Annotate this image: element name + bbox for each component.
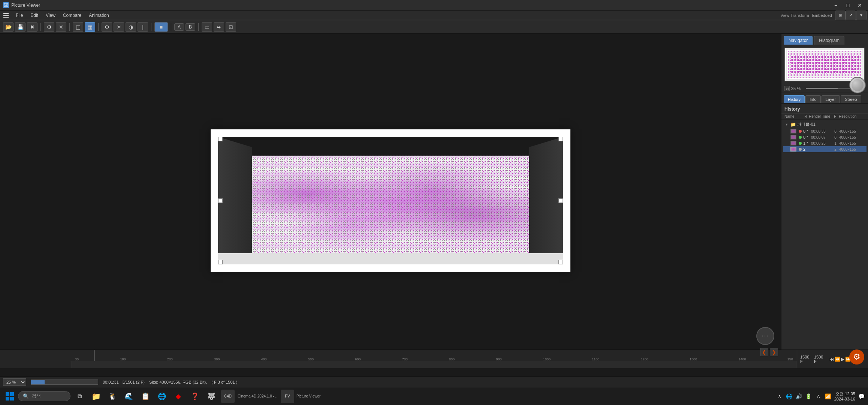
- item-time: 00:00:07: [811, 135, 832, 140]
- settings-cog-btn[interactable]: ⚙: [849, 350, 864, 364]
- light-btn[interactable]: ☀: [114, 22, 124, 32]
- stop-btn[interactable]: ✖: [27, 22, 37, 32]
- panel-tabs: Navigator Histogram: [781, 34, 868, 45]
- taskbar-app-explorer[interactable]: 📁: [89, 390, 103, 403]
- app-icon: 🖼: [3, 2, 9, 8]
- history-item-selected[interactable]: 2 2 4000×155: [783, 146, 867, 152]
- arrow-left-btn[interactable]: ❮: [760, 348, 768, 356]
- taskbar-app-6[interactable]: ❓: [188, 390, 202, 403]
- expand-icon: ▼: [784, 122, 789, 127]
- handle-tr[interactable]: [558, 137, 563, 141]
- toolbar-sep-3: [98, 23, 99, 31]
- taskbar-app-2[interactable]: 🐧: [106, 390, 119, 403]
- crop-btn[interactable]: ⊡: [226, 22, 236, 32]
- save-btn[interactable]: 💾: [15, 22, 25, 32]
- ruler-mark: 1100: [592, 357, 599, 361]
- rect-btn[interactable]: ▭: [202, 22, 212, 32]
- brightness-btn[interactable]: ◑: [126, 22, 136, 32]
- tray-battery[interactable]: 🔋: [805, 393, 813, 400]
- menu-compare[interactable]: Compare: [59, 12, 85, 19]
- edge-icon: 🌐: [158, 392, 166, 400]
- layers-btn[interactable]: ▦: [85, 22, 95, 32]
- zoom-display: 25 %: [791, 86, 804, 91]
- handle-ml[interactable]: [218, 198, 223, 203]
- filter-btn[interactable]: ✳: [56, 22, 66, 32]
- tray-sound[interactable]: 🔊: [795, 393, 803, 400]
- export-btn[interactable]: ↗: [846, 10, 856, 20]
- handle-tl[interactable]: [218, 137, 223, 141]
- open-folder-btn[interactable]: 📂: [3, 22, 13, 32]
- toolbar-sep-1: [40, 23, 41, 31]
- image-canvas[interactable]: [218, 137, 563, 264]
- tray-notification[interactable]: 💬: [858, 393, 865, 400]
- menu-animation[interactable]: Animation: [85, 12, 112, 19]
- taskbar-search[interactable]: 🔍 검색: [18, 391, 70, 401]
- taskbar-app-3[interactable]: 🌊: [122, 390, 136, 403]
- menu-edit[interactable]: Edit: [27, 12, 42, 19]
- subtab-stereo[interactable]: Stereo: [841, 95, 861, 103]
- menubar: File Edit View Compare Animation View Tr…: [0, 10, 868, 20]
- taskbar-app-5[interactable]: ◆: [172, 390, 185, 403]
- start-button[interactable]: [3, 390, 16, 403]
- app5-icon: ◆: [176, 392, 181, 400]
- settings-btn[interactable]: ⚙: [44, 22, 54, 32]
- history-group: ▼ 📁 파티클-01 0 * 00:00:33 0 4000×155: [781, 120, 868, 153]
- timeline-ruler[interactable]: 30 100 200 300 400 500 600 700 800 900 1…: [0, 350, 868, 361]
- tab-navigator[interactable]: Navigator: [784, 36, 813, 45]
- zoom-select[interactable]: 25 % 50 % 100 %: [3, 378, 26, 386]
- taskbar-app-edge[interactable]: 🌐: [155, 390, 169, 403]
- history-columns: Name R Render Time F Resolution: [781, 114, 868, 120]
- app2-icon: 🐧: [108, 392, 117, 400]
- explorer-icon: 📁: [91, 392, 101, 401]
- subtab-info[interactable]: Info: [805, 95, 820, 103]
- maximize-button[interactable]: □: [843, 2, 853, 9]
- color-btn[interactable]: ⚙: [102, 22, 112, 32]
- tray-wifi[interactable]: 📶: [825, 393, 832, 400]
- taskbar-app-picviewer[interactable]: PV: [281, 390, 294, 403]
- timeline-playhead[interactable]: [94, 350, 94, 361]
- btn-b[interactable]: B: [186, 23, 195, 31]
- channel-btn[interactable]: ■: [154, 22, 168, 32]
- tray-network[interactable]: 🌐: [786, 393, 793, 400]
- handle-bl[interactable]: [218, 260, 223, 264]
- taskbar-app-cinema4d[interactable]: C4D: [221, 390, 235, 403]
- minimize-button[interactable]: −: [831, 2, 841, 9]
- menu-file[interactable]: File: [12, 12, 27, 19]
- panel-toggle-btn[interactable]: ⊞: [835, 10, 846, 20]
- taskbar-taskview[interactable]: ⧉: [73, 390, 86, 403]
- zoom-left-btn[interactable]: ◁: [784, 86, 790, 91]
- floating-dots-btn[interactable]: ···: [756, 327, 774, 345]
- history-item[interactable]: 1 * 00:00:26 1 4000×155: [783, 140, 867, 146]
- taskbar-app-7[interactable]: 🐺: [205, 390, 218, 403]
- taskbar: 🔍 검색 ⧉ 📁 🐧 🌊 📋 🌐 ◆ ❓ 🐺 C4D Cinema 4D 202…: [0, 387, 868, 405]
- scene-render: [218, 137, 563, 264]
- item-frame: 2: [832, 147, 839, 152]
- history-item[interactable]: 0 * 00:00:33 0 4000×155: [783, 128, 867, 134]
- history-item[interactable]: 0 * 00:00:07 0 4000×155: [783, 134, 867, 140]
- contrast-btn[interactable]: |: [138, 22, 148, 32]
- play-btn[interactable]: ▶: [841, 357, 844, 362]
- close-button[interactable]: ✕: [855, 2, 865, 9]
- tab-histogram[interactable]: Histogram: [814, 36, 844, 45]
- move-btn[interactable]: ⬌: [214, 22, 224, 32]
- btn-a[interactable]: A: [174, 23, 184, 31]
- prev-frame-btn[interactable]: ⏪: [835, 357, 840, 362]
- menu-view[interactable]: View: [42, 12, 59, 19]
- arrow-right-btn[interactable]: ❯: [770, 348, 778, 356]
- more-btn[interactable]: ▼: [856, 10, 867, 20]
- tray-lang[interactable]: A: [815, 393, 822, 400]
- image-container: [211, 129, 570, 272]
- ruler-mark: 300: [214, 357, 220, 361]
- compare-btn[interactable]: ◫: [73, 22, 83, 32]
- subtab-history[interactable]: History: [784, 95, 805, 103]
- tray: ∧ 🌐 🔊 🔋 A 📶 오전 12:05 2024-03-16 💬: [776, 391, 865, 401]
- tray-expand[interactable]: ∧: [776, 393, 783, 400]
- taskbar-app-4[interactable]: 📋: [139, 390, 152, 403]
- hamburger-menu[interactable]: [1, 11, 10, 20]
- play-start-btn[interactable]: ⏮: [829, 357, 834, 362]
- handle-mr[interactable]: [558, 198, 563, 203]
- handle-br[interactable]: [558, 260, 563, 264]
- subtab-layer[interactable]: Layer: [822, 95, 840, 103]
- status-dot-red: [799, 130, 802, 133]
- history-group-header[interactable]: ▼ 📁 파티클-01: [783, 120, 867, 128]
